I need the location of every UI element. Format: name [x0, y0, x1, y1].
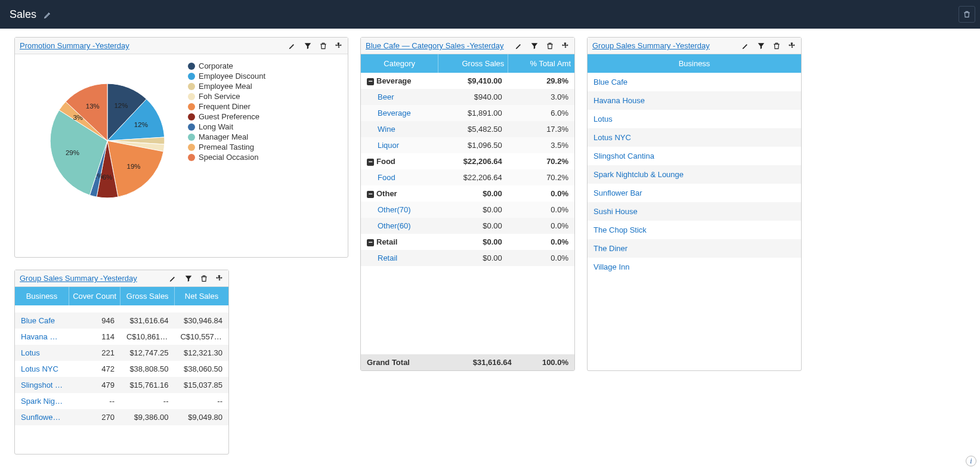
legend-label: Frequent Diner: [199, 102, 251, 111]
category-sales-table: CategoryGross Sales% Total Amt −Beverage…: [361, 54, 574, 266]
legend-label: Employee Discount: [199, 72, 265, 81]
business-row[interactable]: Slingshot Cantina: [588, 147, 801, 165]
business-row[interactable]: Spark Nightclub & Lounge: [588, 165, 801, 184]
business-row[interactable]: The Chop Stick: [588, 221, 801, 239]
widget-category-sales: Blue Cafe — Category Sales -Yesterday Ca…: [360, 37, 575, 371]
column-header[interactable]: Business: [588, 54, 801, 73]
category-sub-row[interactable]: Liquor$1,096.503.5%: [361, 137, 574, 153]
trash-icon[interactable]: [319, 41, 327, 51]
business-row[interactable]: Sushi House: [588, 202, 801, 221]
legend-swatch: [188, 123, 195, 131]
category-group-row[interactable]: −Retail$0.000.0%: [361, 234, 574, 250]
edit-icon[interactable]: [515, 41, 523, 51]
column-header[interactable]: Gross Sales: [438, 54, 508, 73]
legend-item[interactable]: Frequent Diner: [188, 102, 265, 111]
legend-item[interactable]: Foh Service: [188, 92, 265, 101]
legend-swatch: [188, 63, 195, 70]
svg-text:6%: 6%: [103, 174, 113, 181]
page-title: Sales: [10, 8, 36, 21]
table-row[interactable]: Blue Cafe946$31,616.64$30,946.84: [15, 313, 228, 329]
legend-item[interactable]: Special Occasion: [188, 153, 265, 162]
column-header[interactable]: Category: [361, 54, 438, 73]
column-header[interactable]: Gross Sales: [120, 287, 175, 305]
move-icon[interactable]: [788, 41, 796, 51]
column-header[interactable]: % Total Amt: [508, 54, 574, 73]
business-row[interactable]: Village Inn: [588, 258, 801, 276]
business-row[interactable]: The Diner: [588, 239, 801, 258]
edit-title-icon[interactable]: [44, 10, 52, 19]
collapse-icon[interactable]: −: [367, 239, 374, 246]
widget-promotion-summary: Promotion Summary -Yesterday 12%12%19%6%…: [14, 37, 348, 258]
legend-label: Employee Meal: [199, 82, 252, 91]
business-row[interactable]: Blue Cafe: [588, 73, 801, 91]
trash-icon[interactable]: [772, 41, 781, 51]
collapse-icon[interactable]: −: [367, 159, 374, 166]
category-sub-row[interactable]: Beer$940.003.0%: [361, 89, 574, 105]
collapse-icon[interactable]: −: [367, 191, 374, 198]
legend-swatch: [188, 154, 195, 161]
legend-item[interactable]: Manager Meal: [188, 132, 265, 141]
widget-title-link[interactable]: Group Sales Summary -Yesterday: [592, 41, 710, 50]
category-group-row[interactable]: −Food$22,206.6470.2%: [361, 153, 574, 169]
legend-swatch: [188, 103, 195, 110]
legend-swatch: [188, 83, 195, 90]
edit-icon[interactable]: [741, 41, 750, 51]
legend-item[interactable]: Premeal Tasting: [188, 143, 265, 151]
filter-icon[interactable]: [757, 41, 765, 51]
edit-icon[interactable]: [169, 274, 177, 283]
table-row[interactable]: Sunflower ...270$9,386.00$9,049.80: [15, 409, 228, 425]
delete-dashboard-button[interactable]: [959, 6, 975, 23]
legend-item[interactable]: Long Wait: [188, 122, 265, 131]
legend-item[interactable]: Guest Preference: [188, 112, 265, 121]
filter-icon[interactable]: [304, 41, 312, 51]
legend-label: Guest Preference: [199, 112, 259, 121]
svg-text:13%: 13%: [86, 103, 100, 110]
legend-label: Corporate: [199, 61, 233, 70]
svg-text:12%: 12%: [134, 121, 148, 128]
legend-label: Premeal Tasting: [199, 143, 254, 151]
category-group-row[interactable]: −Beverage$9,410.0029.8%: [361, 73, 574, 89]
business-row[interactable]: Lotus NYC: [588, 128, 801, 147]
edit-icon[interactable]: [288, 41, 296, 51]
category-group-row[interactable]: −Other$0.000.0%: [361, 185, 574, 202]
table-row[interactable]: Lotus NYC472$38,808.50$38,060.50: [15, 361, 228, 377]
widget-title-link[interactable]: Blue Cafe — Category Sales -Yesterday: [366, 41, 503, 50]
collapse-icon[interactable]: −: [367, 78, 374, 85]
table-row[interactable]: Havana Ho...114C$10,861.33...C$10,557.28…: [15, 329, 228, 345]
group-sales-table: BusinessCover CountGross SalesNet Sales …: [15, 287, 228, 425]
category-sub-row[interactable]: Wine$5,482.5017.3%: [361, 121, 574, 137]
trash-icon[interactable]: [546, 41, 554, 51]
info-icon[interactable]: i: [966, 456, 976, 463]
business-row[interactable]: Sunflower Bar: [588, 184, 801, 202]
filter-icon[interactable]: [184, 274, 193, 283]
svg-text:29%: 29%: [66, 149, 79, 156]
business-row[interactable]: Havana House: [588, 91, 801, 110]
category-sub-row[interactable]: Other(60)$0.000.0%: [361, 218, 574, 234]
category-sub-row[interactable]: Other(70)$0.000.0%: [361, 202, 574, 218]
move-icon[interactable]: [335, 41, 343, 51]
legend-swatch: [188, 73, 195, 80]
category-sub-row[interactable]: Retail$0.000.0%: [361, 250, 574, 266]
business-table: Business Blue CafeHavana HouseLotusLotus…: [588, 54, 801, 276]
category-sub-row[interactable]: Food$22,206.6470.2%: [361, 169, 574, 185]
legend-swatch: [188, 134, 195, 141]
column-header[interactable]: Business: [15, 287, 69, 305]
table-row[interactable]: Slingshot C...479$15,761.16$15,037.85: [15, 377, 228, 393]
legend-item[interactable]: Employee Discount: [188, 72, 265, 81]
widget-title-link[interactable]: Promotion Summary -Yesterday: [20, 41, 129, 50]
column-header[interactable]: Cover Count: [69, 287, 120, 305]
widget-business-list: Group Sales Summary -Yesterday Business …: [587, 37, 802, 371]
move-icon[interactable]: [215, 274, 224, 283]
legend-item[interactable]: Employee Meal: [188, 82, 265, 91]
filter-icon[interactable]: [530, 41, 539, 51]
legend-swatch: [188, 113, 195, 120]
table-row[interactable]: Spark Night...------: [15, 393, 228, 409]
move-icon[interactable]: [561, 41, 570, 51]
category-sub-row[interactable]: Beverage$1,891.006.0%: [361, 105, 574, 121]
trash-icon[interactable]: [200, 274, 208, 283]
widget-title-link[interactable]: Group Sales Summary -Yesterday: [20, 274, 137, 283]
business-row[interactable]: Lotus: [588, 110, 801, 128]
legend-item[interactable]: Corporate: [188, 61, 265, 70]
column-header[interactable]: Net Sales: [174, 287, 228, 305]
table-row[interactable]: Lotus221$12,747.25$12,321.30: [15, 345, 228, 361]
